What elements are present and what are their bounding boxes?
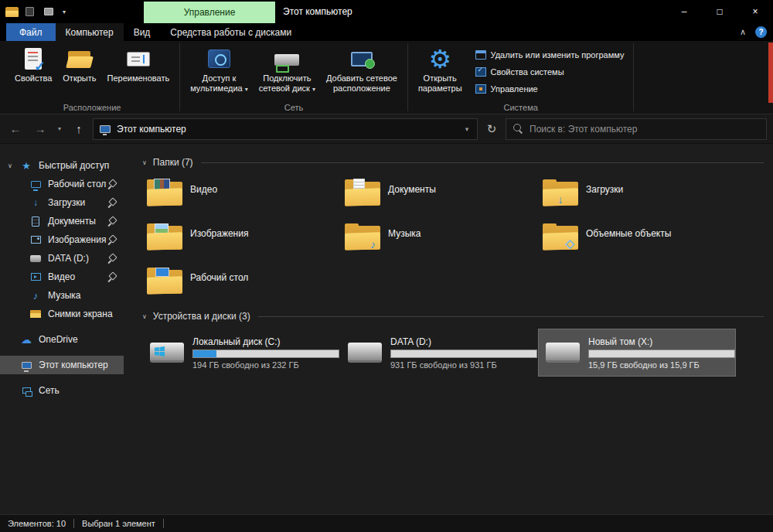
qat-customize-chevron-icon[interactable]: ▾ [60,9,69,15]
sidebar-item-videos[interactable]: Видео [0,268,124,286]
explorer-window: ▾ Управление Этот компьютер – □ × Файл К… [0,0,773,532]
pin-icon [107,217,116,226]
folder-tile-videos[interactable]: Видео [142,175,340,216]
pictures-icon [29,234,42,246]
open-settings-button[interactable]: ⚙ Открыть параметры [413,43,468,97]
collapse-chevron-icon[interactable]: ∨ [142,313,147,320]
recent-locations-chevron-icon[interactable]: ▾ [54,125,65,132]
section-divider-line [258,316,764,317]
folder-tile-3d-objects[interactable]: ◇ Объемные объекты [538,219,736,260]
section-header-drives[interactable]: ∨ Устройства и диски (3) [142,309,764,324]
drive-tile-d[interactable]: DATA (D:) 931 ГБ свободно из 931 ГБ [340,329,538,377]
folder-tile-documents[interactable]: Документы [340,175,538,216]
capacity-bar [588,350,735,358]
music-icon: ♪ [29,290,42,302]
section-header-folders[interactable]: ∨ Папки (7) [142,155,764,170]
search-input[interactable] [530,124,759,135]
tab-disk-tools[interactable]: Средства работы с дисками [160,23,301,41]
folder-tile-desktop[interactable]: Рабочий стол [142,263,340,304]
forward-button[interactable]: → [29,118,51,140]
folder-tile-downloads[interactable]: ↓ Загрузки [538,175,736,216]
open-button[interactable]: Открыть [57,43,101,87]
rename-button[interactable]: Переименовать [102,43,175,87]
titlebar: ▾ Управление Этот компьютер – □ × [0,0,773,23]
breadcrumb-this-pc[interactable]: Этот компьютер [117,124,451,135]
qat-new-folder-button[interactable] [40,4,57,19]
status-bar: Элементов: 10 Выбран 1 элемент [0,514,773,532]
music-folder-icon: ♪ [345,223,380,251]
window-controls: – □ × [666,0,773,23]
status-items-count: Элементов: 10 [8,519,66,528]
sidebar-item-onedrive[interactable]: ☁ OneDrive [0,330,124,349]
sidebar-item-documents[interactable]: Документы [0,212,124,230]
minimize-button[interactable]: – [666,0,702,23]
help-icon[interactable]: ? [755,26,767,38]
pin-icon [107,236,116,244]
add-network-location-button[interactable]: Добавить сетевое расположение [321,43,403,97]
search-icon [513,124,523,134]
capacity-bar [390,350,537,358]
file-list-area: ∨ Папки (7) Видео Документы ↓ Загрузки [124,144,773,514]
3d-objects-folder-icon: ◇ [543,223,578,251]
folders-grid: Видео Документы ↓ Загрузки Изображения ♪… [142,175,764,304]
ribbon-corner-controls: ∧ ? [740,23,767,41]
system-properties-button[interactable]: Свойства системы [471,64,629,80]
gear-icon: ⚙ [428,46,451,72]
back-button[interactable]: ← [5,118,26,140]
media-access-button[interactable]: Доступ к мультимедиа▾ [185,43,254,97]
manage-button[interactable]: Управление [471,81,629,97]
properties-button[interactable]: Свойства [9,43,57,87]
search-box[interactable] [506,118,767,140]
drive-icon [545,340,581,365]
downloads-icon: ↓ [29,197,42,209]
expander-chevron-icon[interactable]: ∨ [8,162,12,169]
address-bar[interactable]: Этот компьютер ▾ [93,118,478,140]
close-button[interactable]: × [737,0,773,23]
desktop-icon [29,179,42,190]
uninstall-program-button[interactable]: Удалить или изменить программу [471,47,629,63]
address-dropdown-chevron-icon[interactable]: ▾ [457,119,477,139]
tab-file[interactable]: Файл [6,23,56,41]
map-network-drive-button[interactable]: Подключить сетевой диск▾ [254,43,321,97]
sidebar-item-pictures[interactable]: Изображения [0,230,124,249]
sidebar-item-this-pc[interactable]: Этот компьютер [0,356,124,374]
drive-tile-c[interactable]: Локальный диск (C:) 194 ГБ свободно из 2… [142,329,340,377]
drive-tile-x-selected[interactable]: Новый том (X:) 15,9 ГБ свободно из 15,9 … [538,329,736,377]
documents-icon [29,216,42,227]
sidebar-item-quick-access[interactable]: ∨ ★ Быстрый доступ [0,156,124,175]
ribbon-collapse-icon[interactable]: ∧ [740,27,746,37]
ribbon-separator [633,43,634,111]
drive-free-label: 15,9 ГБ свободно из 15,9 ГБ [588,360,729,370]
status-separator [73,519,74,528]
folder-tile-pictures[interactable]: Изображения [142,219,340,260]
sidebar-item-desktop[interactable]: Рабочий стол [0,175,124,193]
sidebar-item-data-drive[interactable]: DATA (D:) [0,249,124,268]
drive-free-label: 194 ГБ свободно из 232 ГБ [192,360,333,370]
tab-computer[interactable]: Компьютер [56,23,124,41]
network-drive-icon [274,54,299,66]
sidebar: ∨ ★ Быстрый доступ Рабочий стол ↓ Загруз… [0,144,124,514]
manage-icon [475,84,486,94]
pictures-folder-icon [147,223,182,251]
maximize-button[interactable]: □ [702,0,737,23]
refresh-button[interactable]: ↻ [481,118,502,140]
qat-properties-button[interactable] [21,4,38,19]
ribbon: Свойства Открыть Переименовать Расположе… [0,41,773,114]
properties-mini-icon [26,7,34,16]
sidebar-item-network[interactable]: Сеть [0,381,124,400]
sidebar-item-screenshots[interactable]: Снимки экрана [0,305,124,323]
desktop-folder-icon [147,267,182,295]
windows-flag-icon [155,346,165,356]
explorer-app-icon[interactable] [5,7,19,17]
pin-icon [107,180,116,189]
window-title: Этот компьютер [283,0,352,23]
sidebar-item-downloads[interactable]: ↓ Загрузки [0,193,124,212]
drive-free-label: 931 ГБ свободно из 931 ГБ [390,360,531,370]
folder-tile-music[interactable]: ♪ Музыка [340,219,538,260]
collapse-chevron-icon[interactable]: ∨ [142,159,147,166]
media-device-icon [208,49,230,68]
tab-view[interactable]: Вид [124,23,161,41]
sidebar-item-music[interactable]: ♪ Музыка [0,286,124,305]
up-button[interactable]: ↑ [68,118,90,140]
contextual-tab-manage[interactable]: Управление [144,2,275,23]
